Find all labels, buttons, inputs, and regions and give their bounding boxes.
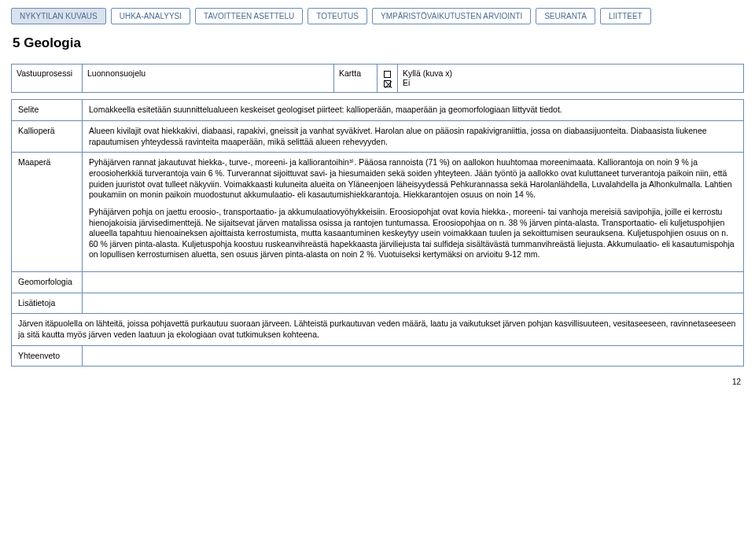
geomorfologia-text bbox=[83, 272, 744, 293]
tab-liitteet[interactable]: LIITTEET bbox=[600, 8, 651, 24]
tab-tavoitteen-asettelu[interactable]: TAVOITTEEN ASETTELU bbox=[195, 8, 303, 24]
vastuuprosessi-value: Luonnonsuojelu bbox=[83, 64, 334, 93]
maapera-label: Maaperä bbox=[12, 153, 83, 272]
lisatietoja-body: Järven itäpuolella on lähteitä, joissa p… bbox=[12, 314, 744, 345]
kartta-options: Kyllä (kuva x) Ei bbox=[398, 64, 744, 93]
tab-ymparistovaikutusten-arviointi[interactable]: YMPÄRISTÖVAIKUTUSTEN ARVIOINTI bbox=[372, 8, 531, 24]
tab-toteutus[interactable]: TOTEUTUS bbox=[308, 8, 367, 24]
tab-nykytilan-kuvaus[interactable]: NYKYTILAN KUVAUS bbox=[11, 8, 106, 24]
row-kalliopera: Kallioperä Alueen kivilajit ovat hiekkak… bbox=[12, 121, 744, 153]
kartta-label: Kartta bbox=[334, 64, 378, 93]
yhteenveto-label: Yhteenveto bbox=[12, 345, 83, 367]
kalliopera-text: Alueen kivilajit ovat hiekkakivi, diabaa… bbox=[83, 121, 744, 153]
lisatietoja-label: Lisätietoja bbox=[12, 293, 83, 314]
row-geomorfologia: Geomorfologia bbox=[12, 272, 744, 293]
maapera-p2: Pyhäjärven pohja on jaettu eroosio-, tra… bbox=[89, 207, 737, 260]
kartta-option-yes: Kyllä (kuva x) bbox=[403, 68, 738, 78]
row-lisatietoja: Lisätietoja bbox=[12, 293, 744, 314]
tab-bar: NYKYTILAN KUVAUS UHKA-ANALYYSI TAVOITTEE… bbox=[11, 8, 744, 24]
kartta-checkboxes bbox=[378, 64, 398, 93]
meta-row: Vastuuprosessi Luonnonsuojelu Kartta Kyl… bbox=[11, 64, 744, 93]
page-number: 12 bbox=[11, 373, 744, 394]
lisatietoja-text bbox=[83, 293, 744, 314]
selite-label: Selite bbox=[12, 100, 83, 121]
checkbox-kylla[interactable] bbox=[384, 71, 391, 78]
body-table: Selite Lomakkeella esitetään suunnittelu… bbox=[11, 99, 744, 367]
row-maapera: Maaperä Pyhäjärven rannat jakautuvat hie… bbox=[12, 153, 744, 272]
selite-text: Lomakkeella esitetään suunnittelualueen … bbox=[83, 100, 744, 121]
tab-seuranta[interactable]: SEURANTA bbox=[536, 8, 595, 24]
row-yhteenveto: Yhteenveto bbox=[12, 345, 744, 367]
checkbox-ei[interactable] bbox=[384, 80, 391, 87]
kalliopera-label: Kallioperä bbox=[12, 121, 83, 153]
maapera-p1: Pyhäjärven rannat jakautuvat hiekka-, tu… bbox=[89, 157, 737, 201]
yhteenveto-text bbox=[83, 345, 744, 367]
maapera-text: Pyhäjärven rannat jakautuvat hiekka-, tu… bbox=[83, 153, 744, 272]
tab-uhka-analyysi[interactable]: UHKA-ANALYYSI bbox=[111, 8, 190, 24]
row-selite: Selite Lomakkeella esitetään suunnittelu… bbox=[12, 100, 744, 121]
section-title: 5 Geologia bbox=[13, 35, 744, 51]
vastuuprosessi-label: Vastuuprosessi bbox=[12, 64, 83, 93]
kartta-option-no: Ei bbox=[403, 78, 738, 87]
geomorfologia-label: Geomorfologia bbox=[12, 272, 83, 293]
row-lisatietoja-body: Järven itäpuolella on lähteitä, joissa p… bbox=[12, 314, 744, 345]
